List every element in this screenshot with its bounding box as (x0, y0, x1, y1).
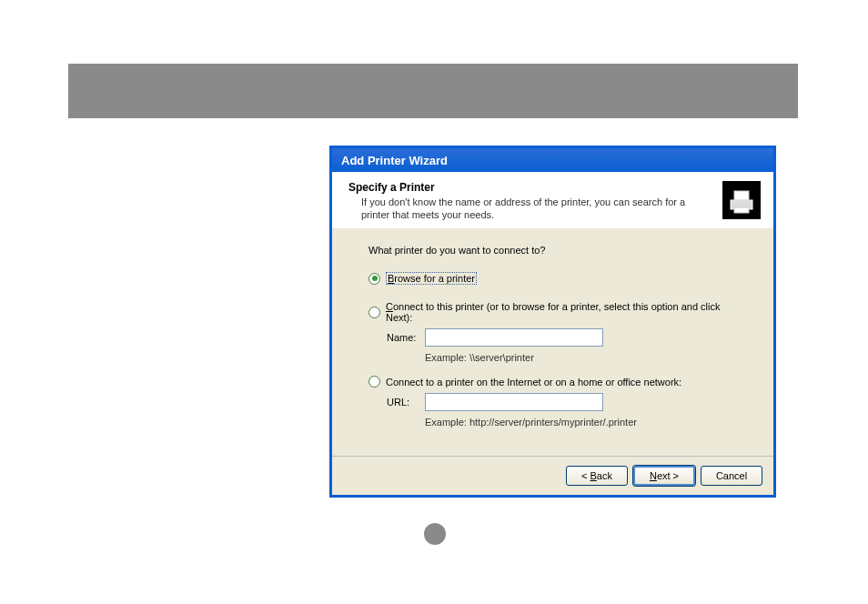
wizard-header-panel: Specify a Printer If you don't know the … (332, 172, 773, 228)
question-text: What printer do you want to connect to? (368, 245, 746, 256)
header-text: Specify a Printer If you don't know the … (348, 181, 722, 222)
title-bar: Add Printer Wizard (332, 148, 773, 172)
name-label: Name: (387, 332, 425, 343)
radio-browse[interactable] (368, 273, 380, 285)
button-bar: < Back Next > Cancel (332, 456, 773, 495)
add-printer-wizard-dialog: Add Printer Wizard Specify a Printer If … (329, 146, 776, 498)
svg-rect-1 (734, 191, 749, 200)
svg-rect-2 (734, 207, 749, 213)
dialog-title: Add Printer Wizard (341, 154, 448, 167)
name-example: Example: \\server\printer (425, 352, 746, 363)
radio-connect-url-label: Connect to a printer on the Internet or … (386, 377, 681, 388)
url-input-row: URL: (387, 393, 746, 411)
header-title: Specify a Printer (348, 181, 713, 194)
url-label: URL: (387, 397, 425, 408)
radio-connect-url-row[interactable]: Connect to a printer on the Internet or … (368, 376, 746, 388)
radio-browse-row[interactable]: Browse for a printer (368, 272, 746, 285)
url-example: Example: http://server/printers/myprinte… (425, 417, 746, 428)
url-input[interactable] (425, 393, 603, 411)
next-button[interactable]: Next > (633, 466, 695, 486)
back-button[interactable]: < Back (566, 466, 628, 486)
page-header-band (68, 64, 798, 118)
page-number-circle (424, 523, 446, 545)
radio-connect-name[interactable] (368, 307, 380, 318)
radio-browse-label: Browse for a printer (386, 272, 477, 285)
printer-icon (722, 181, 761, 219)
radio-connect-name-row[interactable]: Connect to this printer (or to browse fo… (368, 301, 746, 323)
radio-connect-name-label: Connect to this printer (or to browse fo… (386, 301, 746, 323)
name-input[interactable] (425, 328, 603, 347)
wizard-body: What printer do you want to connect to? … (332, 228, 773, 449)
radio-connect-url[interactable] (368, 376, 380, 388)
name-input-row: Name: (387, 328, 746, 347)
header-subtitle: If you don't know the name or address of… (361, 196, 713, 222)
cancel-button[interactable]: Cancel (701, 466, 762, 486)
